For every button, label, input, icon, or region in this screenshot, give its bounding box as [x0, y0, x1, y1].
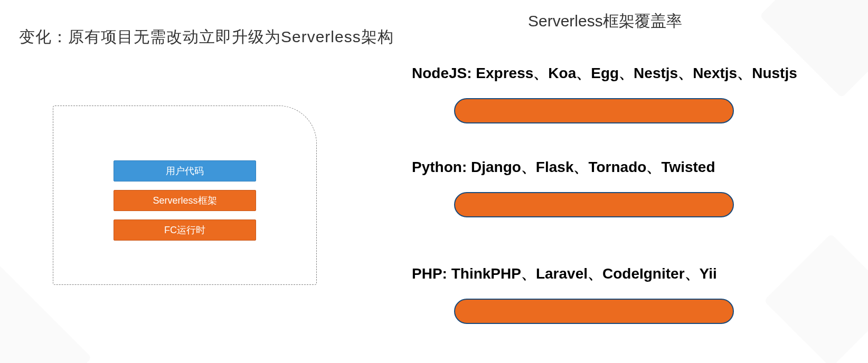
- framework-label-php: PHP: ThinkPHP、Laravel、CodeIgniter、Yii: [412, 264, 734, 284]
- coverage-bar-php: [454, 299, 734, 324]
- framework-group-nodejs: NodeJS: Express、Koa、Egg、Nestjs、Nextjs、Nu…: [412, 63, 797, 123]
- coverage-bar-python: [454, 192, 734, 217]
- architecture-box: 用户代码 Serverless框架 FC运行时: [53, 106, 317, 285]
- framework-group-python: Python: Django、Flask、Tornado、Twisted: [412, 157, 734, 217]
- layer-fc-runtime: FC运行时: [114, 219, 256, 241]
- background-decoration: [764, 234, 868, 363]
- framework-label-nodejs: NodeJS: Express、Koa、Egg、Nestjs、Nextjs、Nu…: [412, 63, 797, 83]
- layer-serverless-framework: Serverless框架: [114, 190, 256, 211]
- framework-label-python: Python: Django、Flask、Tornado、Twisted: [412, 157, 734, 177]
- right-heading: Serverless框架覆盖率: [528, 11, 682, 32]
- coverage-bar-nodejs: [454, 98, 734, 123]
- layer-user-code: 用户代码: [114, 160, 256, 182]
- left-heading: 变化：原有项目无需改动立即升级为Serverless架构: [19, 26, 394, 48]
- framework-group-php: PHP: ThinkPHP、Laravel、CodeIgniter、Yii: [412, 264, 734, 324]
